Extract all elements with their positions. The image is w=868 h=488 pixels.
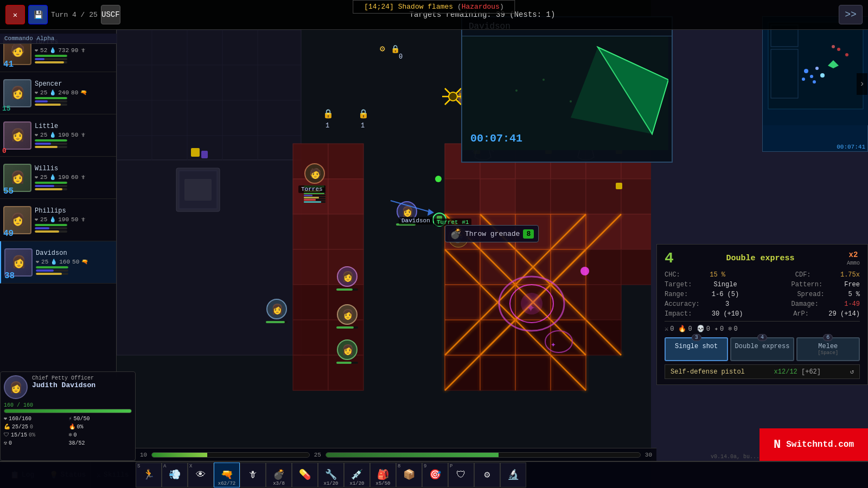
svg-rect-149 xyxy=(304,199,316,201)
svg-rect-51 xyxy=(445,285,480,320)
res-physical: ⚔ 0 xyxy=(665,325,674,333)
progress-mid-val: 25 xyxy=(314,452,321,458)
svg-rect-106 xyxy=(336,326,354,329)
svg-text:👩: 👩 xyxy=(271,303,284,315)
center-alert: [14;24] Shadow flames (Hazardous) xyxy=(353,0,515,14)
action-slot-grenade[interactable]: 💣 x3/8 xyxy=(266,463,292,487)
impact-arp-line: Impact: 30 (+10) ArP: 29 (+14) xyxy=(665,310,860,318)
action-slot-knife[interactable]: 🗡 xyxy=(240,463,266,487)
svg-rect-44 xyxy=(621,214,651,249)
svg-text:🔒: 🔒 xyxy=(358,108,369,119)
slot-key-a: A xyxy=(163,464,166,469)
menu-button[interactable]: ✕ xyxy=(5,5,25,24)
fast-forward-button[interactable]: >> xyxy=(839,5,863,24)
svg-rect-26 xyxy=(328,355,363,390)
action-slot-weapon[interactable]: 🔫 x62/72 xyxy=(214,463,240,487)
res-val-2: 0 xyxy=(706,325,710,333)
double-express-button[interactable]: 4 Double express xyxy=(730,337,794,361)
action-slot-gear[interactable]: ⚙ xyxy=(474,463,500,487)
spread-value: 5 % xyxy=(848,291,860,298)
throw-grenade-popup[interactable]: 💣 Throw grenade 8 xyxy=(445,225,539,242)
char-phillips[interactable]: 👩 Phillips ❤ 25 💧 190 50 🗡 49 xyxy=(0,199,116,241)
hp-bar-fill xyxy=(4,409,131,413)
dash-icon: 💨 xyxy=(169,470,181,480)
str-icon: 💪 xyxy=(4,423,10,430)
action-slot-x[interactable]: X 👁 xyxy=(188,463,214,487)
svg-point-160 xyxy=(804,69,808,73)
svg-text:🔒: 🔒 xyxy=(323,108,334,119)
svg-text:👩: 👩 xyxy=(342,344,354,356)
damage-value: 1-49 xyxy=(844,300,860,308)
action-slot-supply[interactable]: 🎒 x5/50 xyxy=(370,463,396,487)
version-text: v0.14.0a, bu... xyxy=(711,454,760,460)
char-level-little: 0 xyxy=(2,147,7,155)
inject-icon: 💉 xyxy=(351,470,363,480)
svg-rect-19 xyxy=(293,249,328,285)
melee-key: [Space] xyxy=(800,350,857,356)
stats-grid: ❤ 160/160 ⚡ 50/50 💪 25/25 0 🔥 0% 🛡 15/15… xyxy=(4,415,132,446)
progress-left-val: 10 xyxy=(140,452,147,458)
alert-type: Hazardous xyxy=(462,3,500,11)
knife-icon: 🗡 xyxy=(248,470,258,480)
action-slot-8[interactable]: 8 📦 xyxy=(396,463,422,487)
char-little[interactable]: 👩 Little ❤ 25 💧 190 50 🗡 0 xyxy=(0,114,116,157)
turn-text: Turn 4 / 25 xyxy=(51,11,98,19)
char-spencer[interactable]: 👩 Spencer ❤ 25 💧 240 80 🔫 15 xyxy=(0,72,116,114)
action-slot-tool1[interactable]: 🔧 x1/20 xyxy=(318,463,344,487)
action-slot-p[interactable]: P 🛡 xyxy=(448,463,474,487)
svg-rect-17 xyxy=(293,214,328,249)
save-button[interactable]: 💾 xyxy=(28,5,48,24)
tool1-count: x1/20 xyxy=(323,481,338,486)
medkit-icon: 💊 xyxy=(299,470,311,480)
run-icon: 🏃 xyxy=(143,470,155,480)
svg-rect-49 xyxy=(586,249,621,285)
reload-icon[interactable]: ↺ xyxy=(850,368,854,376)
davidson-info-panel: Davidson 00:07:41 xyxy=(461,16,673,163)
res-val-4: 0 xyxy=(734,325,738,333)
res-val-1: 0 xyxy=(688,325,692,333)
stat-cell-fire: 🔥 0% xyxy=(69,423,132,430)
stat-cell-level: 38/52 xyxy=(69,440,132,446)
ammo-label: Ammo xyxy=(847,260,860,266)
char-bars-davidson xyxy=(36,266,68,275)
svg-rect-21 xyxy=(293,285,328,320)
svg-rect-34 xyxy=(480,179,515,214)
char-stats-torres: ❤ 52 💧 732 90 🗡 xyxy=(35,47,113,54)
svg-rect-38 xyxy=(621,179,651,214)
spread-label: Spread: xyxy=(797,291,824,298)
char-name-phillips: Phillips xyxy=(35,207,113,215)
char-level-willis: 55 xyxy=(3,187,14,196)
turn-info: ✕ 💾 Turn 4 / 25 USCF xyxy=(0,5,126,24)
acc-dmg-line: Accuracy: 3 Damage: 1-49 xyxy=(665,300,860,308)
action-slot-medkit[interactable]: 💊 xyxy=(292,463,318,487)
mp-icon: 💧 xyxy=(49,47,56,54)
action-slot-inject[interactable]: 💉 x1/20 xyxy=(344,463,370,487)
char-davidson[interactable]: 👩 Davidson ❤ 25 💧 160 50 🔫 38 xyxy=(0,241,116,284)
action-slot-s[interactable]: S 🏃 xyxy=(136,463,162,487)
melee-button[interactable]: 6 Melee [Space] xyxy=(796,337,860,361)
minimap[interactable]: 00:07:41 › xyxy=(762,16,868,152)
svg-rect-55 xyxy=(586,285,621,320)
svg-rect-50 xyxy=(621,249,651,285)
char-info-little: Little ❤ 25 💧 190 50 🗡 xyxy=(31,123,113,148)
ap-bar xyxy=(35,61,67,63)
nintendo-badge[interactable]: N Switchntd.com xyxy=(760,428,868,461)
char-info-davidson: Davidson ❤ 25 💧 160 50 🔫 xyxy=(33,249,113,275)
double-express-ap: 4 xyxy=(757,334,767,341)
char-level-davidson: 38 xyxy=(4,271,15,281)
svg-text:👩: 👩 xyxy=(342,309,354,320)
svg-rect-18 xyxy=(328,214,363,249)
supply-icon: 🎒 xyxy=(377,470,389,480)
char-willis[interactable]: 👩 Willis ❤ 25 💧 190 60 🗡 55 xyxy=(0,157,116,199)
skull-icon: 💀 xyxy=(697,325,705,333)
action-slot-a[interactable]: A 💨 xyxy=(162,463,188,487)
nintendo-logo: N xyxy=(774,438,781,452)
action-slot-9[interactable]: 9 🎯 xyxy=(422,463,448,487)
action-slot-science[interactable]: 🔬 xyxy=(500,463,526,487)
cdf-label: CDF: xyxy=(795,271,811,279)
damage-label: Damage: xyxy=(792,300,819,308)
minimap-expand-button[interactable]: › xyxy=(857,73,867,95)
single-shot-button[interactable]: 3 Single shot xyxy=(665,337,728,361)
char-bars-willis xyxy=(35,182,67,190)
box-icon: 📦 xyxy=(403,470,415,480)
